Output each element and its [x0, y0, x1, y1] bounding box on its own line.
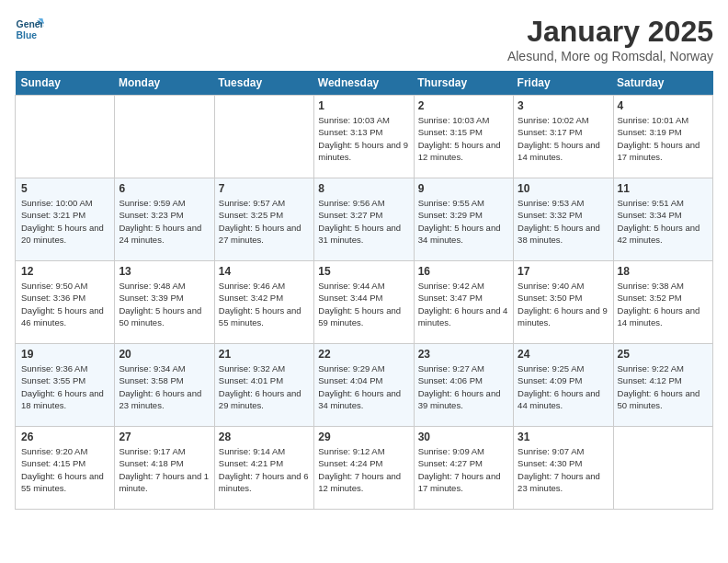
page-header: General Blue January 2025 Alesund, More …: [15, 15, 713, 63]
column-header-thursday: Thursday: [414, 71, 513, 96]
day-number: 7: [219, 182, 310, 195]
day-info: Sunrise: 9:42 AM Sunset: 3:47 PM Dayligh…: [418, 280, 509, 328]
column-header-saturday: Saturday: [613, 71, 712, 96]
day-info: Sunrise: 9:32 AM Sunset: 4:01 PM Dayligh…: [219, 362, 310, 411]
calendar-day: 7Sunrise: 9:57 AM Sunset: 3:25 PM Daylig…: [214, 178, 313, 261]
calendar-week-2: 5Sunrise: 10:00 AM Sunset: 3:21 PM Dayli…: [16, 178, 713, 261]
calendar-day: 8Sunrise: 9:56 AM Sunset: 3:27 PM Daylig…: [314, 178, 414, 261]
column-header-sunday: Sunday: [16, 71, 115, 96]
day-info: Sunrise: 9:46 AM Sunset: 3:42 PM Dayligh…: [219, 280, 310, 328]
day-info: Sunrise: 9:27 AM Sunset: 4:06 PM Dayligh…: [418, 362, 509, 411]
day-info: Sunrise: 9:57 AM Sunset: 3:25 PM Dayligh…: [219, 197, 310, 246]
day-info: Sunrise: 9:22 AM Sunset: 4:12 PM Dayligh…: [618, 362, 709, 411]
day-info: Sunrise: 9:38 AM Sunset: 3:52 PM Dayligh…: [618, 280, 709, 328]
calendar-day: 28Sunrise: 9:14 AM Sunset: 4:21 PM Dayli…: [214, 427, 313, 510]
calendar-day: 29Sunrise: 9:12 AM Sunset: 4:24 PM Dayli…: [314, 427, 414, 510]
day-info: Sunrise: 9:12 AM Sunset: 4:24 PM Dayligh…: [318, 445, 409, 494]
day-info: Sunrise: 9:14 AM Sunset: 4:21 PM Dayligh…: [219, 445, 310, 494]
calendar-day: 2Sunrise: 10:03 AM Sunset: 3:15 PM Dayli…: [414, 96, 513, 178]
day-info: Sunrise: 9:29 AM Sunset: 4:04 PM Dayligh…: [318, 362, 409, 411]
day-info: Sunrise: 9:17 AM Sunset: 4:18 PM Dayligh…: [119, 445, 210, 494]
calendar-day: 5Sunrise: 10:00 AM Sunset: 3:21 PM Dayli…: [16, 178, 115, 261]
calendar-day: 14Sunrise: 9:46 AM Sunset: 3:42 PM Dayli…: [214, 261, 313, 344]
day-info: Sunrise: 10:03 AM Sunset: 3:13 PM Daylig…: [318, 114, 409, 163]
calendar-day: 22Sunrise: 9:29 AM Sunset: 4:04 PM Dayli…: [314, 344, 414, 427]
day-info: Sunrise: 9:51 AM Sunset: 3:34 PM Dayligh…: [618, 197, 709, 246]
day-info: Sunrise: 9:50 AM Sunset: 3:36 PM Dayligh…: [21, 280, 110, 328]
calendar-day: 12Sunrise: 9:50 AM Sunset: 3:36 PM Dayli…: [16, 261, 115, 344]
calendar-day: 18Sunrise: 9:38 AM Sunset: 3:52 PM Dayli…: [613, 261, 712, 344]
day-number: 23: [418, 348, 509, 361]
day-number: 26: [21, 431, 110, 443]
day-number: 10: [518, 182, 609, 195]
calendar-day: [613, 427, 712, 510]
main-title: January 2025: [507, 15, 713, 49]
calendar-day: 19Sunrise: 9:36 AM Sunset: 3:55 PM Dayli…: [16, 344, 115, 427]
calendar-day: 11Sunrise: 9:51 AM Sunset: 3:34 PM Dayli…: [613, 178, 712, 261]
day-number: 27: [119, 431, 210, 443]
column-header-friday: Friday: [514, 71, 613, 96]
day-number: 2: [418, 99, 509, 112]
day-number: 20: [119, 348, 210, 361]
calendar-table: SundayMondayTuesdayWednesdayThursdayFrid…: [15, 71, 713, 510]
calendar-day: 13Sunrise: 9:48 AM Sunset: 3:39 PM Dayli…: [115, 261, 214, 344]
calendar-day: 10Sunrise: 9:53 AM Sunset: 3:32 PM Dayli…: [514, 178, 613, 261]
day-number: 8: [318, 182, 409, 195]
calendar-day: [214, 96, 313, 178]
calendar-day: 23Sunrise: 9:27 AM Sunset: 4:06 PM Dayli…: [414, 344, 513, 427]
day-number: 6: [119, 182, 210, 195]
day-number: 12: [21, 265, 110, 278]
column-header-tuesday: Tuesday: [214, 71, 313, 96]
day-number: 15: [318, 265, 409, 278]
calendar-day: 26Sunrise: 9:20 AM Sunset: 4:15 PM Dayli…: [16, 427, 115, 510]
day-info: Sunrise: 9:53 AM Sunset: 3:32 PM Dayligh…: [518, 197, 609, 246]
day-info: Sunrise: 9:59 AM Sunset: 3:23 PM Dayligh…: [119, 197, 210, 246]
calendar-day: 16Sunrise: 9:42 AM Sunset: 3:47 PM Dayli…: [414, 261, 513, 344]
calendar-week-4: 19Sunrise: 9:36 AM Sunset: 3:55 PM Dayli…: [16, 344, 713, 427]
day-number: 14: [219, 265, 310, 278]
calendar-day: 30Sunrise: 9:09 AM Sunset: 4:27 PM Dayli…: [414, 427, 513, 510]
calendar-week-5: 26Sunrise: 9:20 AM Sunset: 4:15 PM Dayli…: [16, 427, 713, 510]
calendar-day: [16, 96, 115, 178]
day-number: 9: [418, 182, 509, 195]
logo: General Blue: [15, 15, 44, 44]
calendar-day: 17Sunrise: 9:40 AM Sunset: 3:50 PM Dayli…: [514, 261, 613, 344]
day-number: 18: [618, 265, 709, 278]
calendar-day: 6Sunrise: 9:59 AM Sunset: 3:23 PM Daylig…: [115, 178, 214, 261]
calendar-day: 9Sunrise: 9:55 AM Sunset: 3:29 PM Daylig…: [414, 178, 513, 261]
day-number: 21: [219, 348, 310, 361]
calendar-day: 4Sunrise: 10:01 AM Sunset: 3:19 PM Dayli…: [613, 96, 712, 178]
day-info: Sunrise: 9:36 AM Sunset: 3:55 PM Dayligh…: [21, 362, 110, 411]
calendar-day: 20Sunrise: 9:34 AM Sunset: 3:58 PM Dayli…: [115, 344, 214, 427]
calendar-day: 3Sunrise: 10:02 AM Sunset: 3:17 PM Dayli…: [514, 96, 613, 178]
day-number: 29: [318, 431, 409, 443]
day-info: Sunrise: 9:56 AM Sunset: 3:27 PM Dayligh…: [318, 197, 409, 246]
day-number: 19: [21, 348, 110, 361]
day-info: Sunrise: 9:09 AM Sunset: 4:27 PM Dayligh…: [418, 445, 509, 494]
svg-text:Blue: Blue: [17, 30, 38, 40]
column-header-monday: Monday: [115, 71, 214, 96]
calendar-day: 1Sunrise: 10:03 AM Sunset: 3:13 PM Dayli…: [314, 96, 414, 178]
day-info: Sunrise: 9:55 AM Sunset: 3:29 PM Dayligh…: [418, 197, 509, 246]
day-number: 5: [21, 182, 110, 195]
calendar-day: 31Sunrise: 9:07 AM Sunset: 4:30 PM Dayli…: [514, 427, 613, 510]
day-number: 17: [518, 265, 609, 278]
calendar-day: [115, 96, 214, 178]
day-info: Sunrise: 10:00 AM Sunset: 3:21 PM Daylig…: [21, 197, 110, 246]
day-number: 1: [318, 99, 409, 112]
day-number: 25: [618, 348, 709, 361]
day-info: Sunrise: 10:03 AM Sunset: 3:15 PM Daylig…: [418, 114, 509, 163]
logo-icon: General Blue: [15, 15, 44, 44]
day-number: 3: [518, 99, 609, 112]
day-info: Sunrise: 9:48 AM Sunset: 3:39 PM Dayligh…: [119, 280, 210, 328]
title-block: January 2025 Alesund, More og Romsdal, N…: [507, 15, 713, 63]
day-info: Sunrise: 9:44 AM Sunset: 3:44 PM Dayligh…: [318, 280, 409, 328]
day-info: Sunrise: 9:40 AM Sunset: 3:50 PM Dayligh…: [518, 280, 609, 328]
calendar-header-row: SundayMondayTuesdayWednesdayThursdayFrid…: [16, 71, 713, 96]
day-number: 22: [318, 348, 409, 361]
column-header-wednesday: Wednesday: [314, 71, 414, 96]
calendar-day: 27Sunrise: 9:17 AM Sunset: 4:18 PM Dayli…: [115, 427, 214, 510]
day-info: Sunrise: 9:07 AM Sunset: 4:30 PM Dayligh…: [518, 445, 609, 494]
day-number: 24: [518, 348, 609, 361]
calendar-day: 24Sunrise: 9:25 AM Sunset: 4:09 PM Dayli…: [514, 344, 613, 427]
